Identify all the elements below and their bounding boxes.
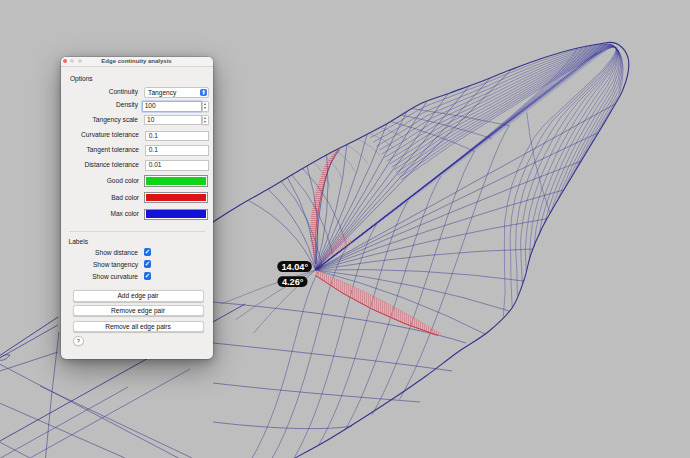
svg-text:4.26°: 4.26° bbox=[282, 277, 304, 287]
svg-text:14.04°: 14.04° bbox=[281, 262, 308, 272]
